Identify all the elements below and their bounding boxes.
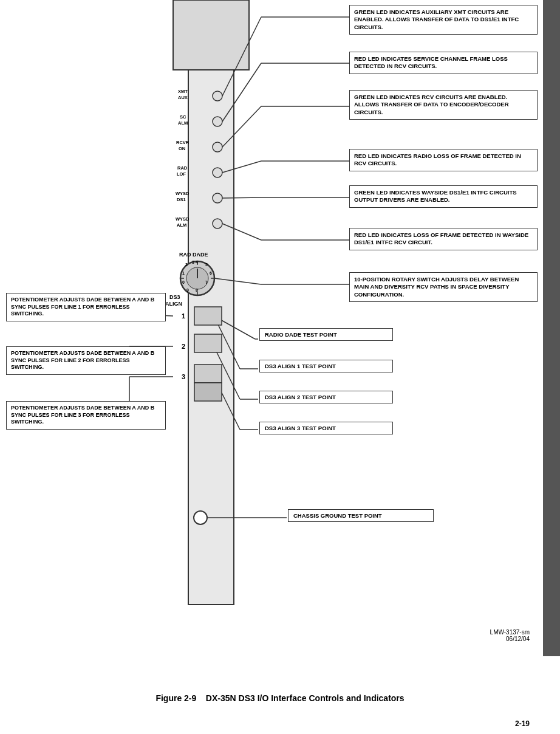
svg-rect-82 xyxy=(194,307,222,325)
svg-text:5: 5 xyxy=(205,262,208,267)
svg-line-46 xyxy=(222,197,261,198)
svg-text:RAD DADE: RAD DADE xyxy=(179,252,208,258)
radio-dade-test-point: RADIO DADE TEST POINT xyxy=(259,328,393,341)
svg-line-40 xyxy=(222,63,261,122)
svg-text:3: 3 xyxy=(182,373,185,380)
svg-point-6 xyxy=(213,193,222,203)
info-box-5: GREEN LED INDICATES WAYSIDE DS1/E1 INTFC… xyxy=(349,185,538,208)
ds3-align3-test-point: DS3 ALIGN 3 TEST POINT xyxy=(259,422,393,434)
svg-line-58 xyxy=(214,377,240,430)
pot-box-3: POTENTIOMETER ADJUSTS DADE BETWEEN A AND… xyxy=(6,401,166,430)
info-box-4: RED LED INDICATES RADIO LOSS OF FRAME DE… xyxy=(349,149,538,171)
svg-point-34 xyxy=(203,371,214,382)
info-box-1: GREEN LED INDICATES AUXILIARY XMT CIRCUI… xyxy=(349,5,538,35)
svg-text:AUX: AUX xyxy=(178,95,188,100)
svg-text:7: 7 xyxy=(205,280,208,284)
svg-line-44 xyxy=(222,161,261,173)
svg-point-28 xyxy=(203,310,214,321)
svg-rect-84 xyxy=(194,365,222,383)
svg-point-31 xyxy=(203,341,214,352)
svg-rect-83 xyxy=(194,334,222,352)
svg-text:8: 8 xyxy=(196,288,198,292)
svg-line-50 xyxy=(214,278,261,284)
lmw-reference: LMW-3137-sm 06/12/04 xyxy=(490,629,530,642)
svg-text:0: 0 xyxy=(182,280,185,284)
svg-text:SC: SC xyxy=(180,114,186,120)
svg-rect-85 xyxy=(194,383,222,401)
pot-box-2: POTENTIOMETER ADJUSTS DADE BETWEEN A AND… xyxy=(6,346,166,375)
svg-line-38 xyxy=(222,17,261,96)
info-box-2: RED LED INDICATES SERVICE CHANNEL FRAME … xyxy=(349,52,538,74)
svg-text:WYSD: WYSD xyxy=(176,191,190,196)
svg-point-2 xyxy=(213,91,222,101)
svg-point-8 xyxy=(180,261,214,295)
info-box-7: 10-POSITION ROTARY SWITCH ADJUSTS DELAY … xyxy=(349,272,538,302)
svg-rect-0 xyxy=(173,0,249,70)
svg-line-48 xyxy=(222,224,261,240)
svg-rect-1 xyxy=(188,70,234,605)
svg-text:ALM: ALM xyxy=(177,222,186,228)
svg-text:4: 4 xyxy=(196,260,198,264)
ds3-align1-test-point: DS3 ALIGN 1 TEST POINT xyxy=(259,360,393,372)
svg-point-3 xyxy=(213,117,222,126)
svg-text:2: 2 xyxy=(185,262,188,267)
svg-text:ALIGN: ALIGN xyxy=(165,301,182,307)
svg-text:1: 1 xyxy=(182,271,185,275)
svg-point-4 xyxy=(213,142,222,152)
svg-text:6: 6 xyxy=(210,271,212,275)
info-box-6: RED LED INDICATES LOSS OF FRAME DETECTED… xyxy=(349,228,538,250)
svg-point-37 xyxy=(194,511,207,524)
svg-text:2: 2 xyxy=(182,343,185,350)
svg-text:WYSD: WYSD xyxy=(176,216,190,222)
svg-line-42 xyxy=(222,106,261,147)
svg-line-56 xyxy=(214,346,240,399)
svg-point-5 xyxy=(213,168,222,177)
svg-text:DS1: DS1 xyxy=(177,197,186,202)
pot-box-1: POTENTIOMETER ADJUSTS DADE BETWEEN A AND… xyxy=(6,293,166,321)
svg-text:LOF: LOF xyxy=(177,171,186,177)
page-number: 2-19 xyxy=(515,719,530,728)
svg-text:ON: ON xyxy=(179,146,185,151)
svg-text:RCVR: RCVR xyxy=(176,140,190,145)
svg-text:ALM: ALM xyxy=(178,120,188,126)
ds3-align2-test-point: DS3 ALIGN 2 TEST POINT xyxy=(259,391,393,403)
svg-line-54 xyxy=(214,316,240,369)
svg-point-7 xyxy=(213,219,222,228)
right-sidebar xyxy=(543,0,560,656)
svg-text:RAD: RAD xyxy=(177,165,188,171)
svg-text:3: 3 xyxy=(192,260,194,264)
figure-caption: Figure 2-9 DX-35N DS3 I/O Interface Cont… xyxy=(0,693,560,704)
svg-text:XMT: XMT xyxy=(178,89,188,94)
chassis-ground-test-point: CHASSIS GROUND TEST POINT xyxy=(288,509,434,522)
svg-text:1: 1 xyxy=(182,312,185,320)
svg-text:9: 9 xyxy=(186,288,189,292)
svg-line-52 xyxy=(214,316,255,339)
svg-text:DS3: DS3 xyxy=(169,294,180,300)
page-container: 4 5 6 7 8 9 0 1 2 3 RAD DADE DS3 ALIGN 1… xyxy=(0,0,560,734)
svg-point-9 xyxy=(186,267,208,289)
info-box-3: GREEN LED INDICATES RCV CIRCUITS ARE ENA… xyxy=(349,90,538,120)
